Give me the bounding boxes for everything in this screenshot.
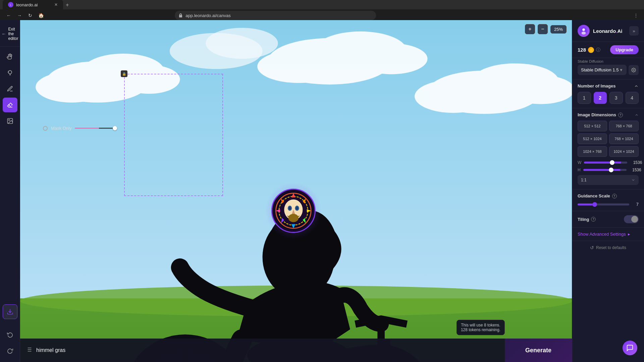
tokens-line2: 128 tokens remaining. xyxy=(461,327,500,332)
w-label: W xyxy=(578,160,581,165)
token-info-btn[interactable]: ⓘ xyxy=(596,47,600,53)
token-count: 128 xyxy=(578,47,586,53)
lock-icon xyxy=(179,13,183,17)
reset-defaults-btn[interactable]: ↺ Reset to defaults xyxy=(590,245,626,250)
h-value: 1536 xyxy=(629,168,641,172)
svg-point-48 xyxy=(296,207,298,210)
dim-768x768[interactable]: 768 × 768 xyxy=(609,121,639,131)
num-img-1[interactable]: 1 xyxy=(578,92,591,104)
upgrade-button[interactable]: Upgrade xyxy=(610,45,639,54)
prompt-icon xyxy=(25,346,32,355)
url-bar[interactable]: app.leonardo.ai/canvas xyxy=(175,11,376,20)
width-slider[interactable] xyxy=(584,162,627,164)
zoom-out-btn[interactable]: − xyxy=(538,24,548,34)
hand-tool-btn[interactable] xyxy=(3,49,17,64)
selection-box: 🔒 xyxy=(124,74,223,196)
zoom-in-btn[interactable]: + xyxy=(525,24,535,34)
tiling-toggle-knob xyxy=(631,216,638,223)
model-dropdown[interactable]: Stable Diffusion 1.5 ▼ xyxy=(578,65,627,75)
dimensions-section: Image Dimensions ? 512 × 512 768 × 768 5… xyxy=(572,108,644,189)
reset-label: Reset to defaults xyxy=(596,245,626,250)
tiling-toggle[interactable] xyxy=(624,215,639,223)
new-tab-button[interactable]: + xyxy=(63,1,71,9)
lasso-tool-btn[interactable] xyxy=(3,65,17,80)
prompt-input[interactable] xyxy=(36,347,499,353)
svg-point-17 xyxy=(507,75,572,104)
svg-point-19 xyxy=(206,28,278,59)
chat-bubble-btn[interactable] xyxy=(623,341,637,355)
aspect-chevron-icon xyxy=(631,178,635,182)
canvas-image xyxy=(20,20,572,362)
guidance-info-icon[interactable]: ? xyxy=(612,194,617,198)
model-settings-btn[interactable] xyxy=(629,65,639,75)
tiling-info-icon[interactable]: ? xyxy=(591,217,596,222)
home-button[interactable]: 🏠 xyxy=(36,11,46,20)
svg-text:L: L xyxy=(10,4,11,6)
svg-point-16 xyxy=(415,80,492,113)
back-arrow-icon: ← xyxy=(1,31,6,37)
model-label: Stable Diffusion xyxy=(578,59,639,63)
show-advanced-settings-btn[interactable]: Show Advanced Settings ▸ xyxy=(578,232,630,237)
canvas-background: 🔒 Mask Only xyxy=(20,20,572,362)
extensions-icon[interactable]: ⋮ xyxy=(632,11,640,19)
reset-section: ↺ Reset to defaults xyxy=(572,241,644,254)
height-slider[interactable] xyxy=(583,169,627,171)
mask-control: Mask Only xyxy=(43,126,115,131)
forward-button[interactable]: → xyxy=(15,11,24,20)
tab-title: leonardo.ai xyxy=(16,2,38,7)
mask-only-radio[interactable] xyxy=(43,126,48,131)
num-img-4[interactable]: 4 xyxy=(626,92,639,104)
height-slider-row: H 1536 px xyxy=(578,168,639,172)
active-tab[interactable]: L leonardo.ai ✕ xyxy=(3,0,63,9)
canvas-topbar: + − 25% xyxy=(520,20,572,38)
dim-512x512[interactable]: 512 × 512 xyxy=(578,121,607,131)
h-label: H xyxy=(578,168,581,172)
canvas-area[interactable]: + − 25% xyxy=(20,20,572,362)
logo-avatar xyxy=(578,25,590,37)
guidance-slider[interactable] xyxy=(578,203,629,205)
dimensions-grid: 512 × 512 768 × 768 512 × 1024 768 × 102… xyxy=(578,121,639,157)
dimensions-info-icon[interactable]: ? xyxy=(618,113,623,117)
tiling-section: Tiling ? xyxy=(572,211,644,228)
num-images-section: Number of Images 1 2 3 4 xyxy=(572,79,644,108)
tab-favicon: L xyxy=(8,2,13,7)
draw-tool-btn[interactable] xyxy=(3,81,17,96)
svg-point-58 xyxy=(582,28,585,31)
exit-editor-btn[interactable]: ← Exit the editor xyxy=(0,24,20,44)
left-toolbar: ← Exit the editor xyxy=(0,20,20,362)
download-btn[interactable] xyxy=(3,304,17,319)
nav-buttons: ← → ↻ 🏠 xyxy=(4,11,46,20)
dim-768x1024[interactable]: 768 × 1024 xyxy=(609,133,639,144)
undo-btn[interactable] xyxy=(3,327,17,342)
selection-lock-icon: 🔒 xyxy=(121,70,127,77)
advanced-chevron-icon: ▸ xyxy=(628,232,630,237)
panel-header: Leonardo.Ai » xyxy=(572,20,644,42)
image-add-btn[interactable] xyxy=(3,114,17,128)
panel-collapse-btn[interactable]: » xyxy=(629,26,639,36)
num-img-2[interactable]: 2 xyxy=(594,92,607,104)
tokens-row: 128 ⚡ ⓘ Upgrade xyxy=(572,42,644,58)
num-images-buttons: 1 2 3 4 xyxy=(578,92,639,104)
main-layout: ← Exit the editor xyxy=(0,20,644,362)
dim-512x1024[interactable]: 512 × 1024 xyxy=(578,133,607,144)
redo-btn[interactable] xyxy=(3,343,17,358)
zoom-level-display: 25% xyxy=(550,25,567,34)
guidance-title: Guidance Scale ? xyxy=(578,193,639,198)
num-img-3[interactable]: 3 xyxy=(609,92,623,104)
aspect-ratio-dropdown[interactable]: 1:1 xyxy=(578,175,639,185)
w-value: 1536 xyxy=(630,160,642,165)
dim-1024x768[interactable]: 1024 × 768 xyxy=(578,146,607,157)
back-button[interactable]: ← xyxy=(4,11,13,20)
dim-1024x1024[interactable]: 1024 × 1024 xyxy=(609,146,639,157)
refresh-button[interactable]: ↻ xyxy=(25,11,35,20)
num-images-chevron[interactable] xyxy=(634,84,639,88)
tab-close-btn[interactable]: ✕ xyxy=(54,2,58,7)
model-selector: Stable Diffusion Stable Diffusion 1.5 ▼ xyxy=(572,58,644,79)
browser-icons: ⋮ xyxy=(632,11,640,19)
guidance-section: Guidance Scale ? 7 xyxy=(572,189,644,211)
aspect-ratio-value: 1:1 xyxy=(581,178,587,182)
eraser-tool-btn[interactable] xyxy=(3,98,17,112)
dimensions-chevron[interactable] xyxy=(635,113,639,117)
svg-point-4 xyxy=(8,120,9,121)
generate-button[interactable]: Generate xyxy=(505,339,572,362)
